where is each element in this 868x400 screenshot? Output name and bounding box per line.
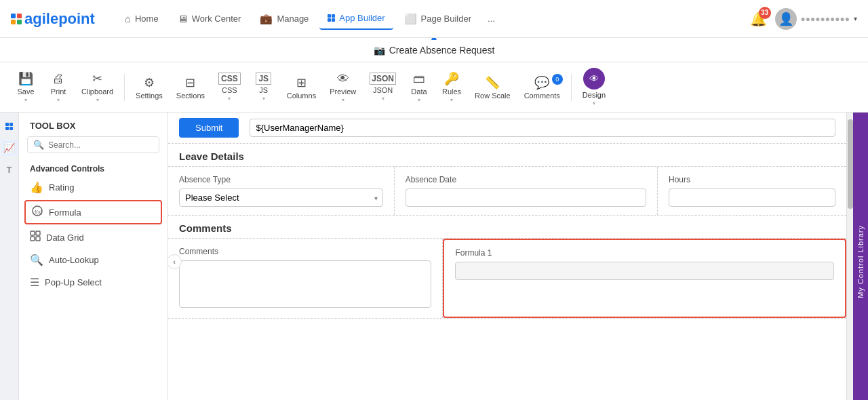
hours-input[interactable] bbox=[669, 188, 835, 207]
comments-section-header: Comments bbox=[168, 216, 846, 239]
svg-rect-4 bbox=[31, 237, 35, 241]
data-label: Data bbox=[411, 87, 427, 96]
json-button[interactable]: JSON JSON ▾ bbox=[364, 70, 401, 104]
clipboard-button[interactable]: ✂ Clipboard ▾ bbox=[76, 68, 119, 106]
datagrid-icon bbox=[30, 231, 41, 244]
avatar: 👤 bbox=[775, 8, 797, 30]
popupselect-icon: ☰ bbox=[30, 276, 39, 289]
sub-header: ▲ 📷 Create Absence Request bbox=[0, 38, 868, 62]
css-button[interactable]: CSS CSS ▾ bbox=[213, 70, 246, 104]
preview-label: Preview bbox=[330, 87, 356, 96]
rowscale-button[interactable]: 📏 Row Scale bbox=[469, 73, 516, 102]
preview-icon: 👁 bbox=[337, 72, 349, 86]
scrollbar[interactable] bbox=[846, 113, 853, 400]
briefcase-icon: 💼 bbox=[260, 13, 273, 25]
save-button[interactable]: 💾 Save ▾ bbox=[11, 68, 41, 106]
print-dropdown-arrow: ▾ bbox=[57, 97, 60, 103]
absence-row: Absence Type Please Select ▾ Absence Dat… bbox=[168, 167, 846, 216]
more-icon: ... bbox=[488, 14, 495, 24]
sections-icon: ⊟ bbox=[185, 75, 195, 90]
absence-type-label: Absence Type bbox=[179, 175, 383, 184]
user-manager-input[interactable] bbox=[250, 119, 835, 137]
formula1-input[interactable] bbox=[455, 262, 834, 280]
comments-button[interactable]: 0 💬 Comments bbox=[519, 73, 566, 102]
toolbar: 💾 Save ▾ 🖨 Print ▾ ✂ Clipboard ▾ ⚙ Setti… bbox=[0, 62, 868, 113]
nav-pagebuilder[interactable]: ⬜ Page Builder bbox=[396, 7, 479, 31]
rules-icon: 🔑 bbox=[444, 71, 459, 86]
nav-more[interactable]: ... bbox=[482, 8, 500, 29]
design-label: Design bbox=[583, 91, 606, 99]
design-icon-wrap: 👁 bbox=[583, 68, 605, 89]
pagebuilder-icon: ⬜ bbox=[404, 13, 417, 25]
preview-dropdown-arrow: ▾ bbox=[342, 97, 344, 103]
divider-2 bbox=[571, 74, 572, 101]
rules-label: Rules bbox=[442, 87, 461, 96]
side-icon-grid[interactable] bbox=[1, 118, 18, 134]
sections-label: Sections bbox=[176, 92, 205, 100]
search-icon: 🔍 bbox=[33, 140, 44, 150]
toolbox-item-autolookup-label: Auto-Lookup bbox=[49, 255, 99, 265]
absence-date-input[interactable] bbox=[406, 188, 646, 207]
advanced-controls-title: Advanced Controls bbox=[19, 159, 167, 176]
data-dropdown-arrow: ▾ bbox=[418, 97, 420, 103]
js-icon: JS bbox=[256, 73, 271, 85]
css-icon: CSS bbox=[218, 73, 241, 85]
comments-label: Comments bbox=[179, 247, 431, 256]
formula-cell: Formula 1 bbox=[443, 239, 846, 318]
top-nav: agilepoint ⌂ Home 🖥 Work Center 💼 Manage… bbox=[0, 0, 868, 38]
nav-workcenter[interactable]: 🖥 Work Center bbox=[170, 7, 250, 30]
svg-rect-5 bbox=[36, 237, 40, 241]
nav-appbuilder[interactable]: App Builder bbox=[319, 7, 393, 30]
clipboard-dropdown-arrow: ▾ bbox=[96, 97, 99, 103]
side-icon-chart[interactable]: 📈 bbox=[1, 140, 18, 156]
right-sidebar[interactable]: My Control Library bbox=[853, 113, 868, 400]
chevron-left-icon: ‹ bbox=[173, 258, 176, 266]
css-label: CSS bbox=[222, 86, 237, 94]
logo-sq-yellow bbox=[11, 20, 16, 24]
nav-right: 🔔 33 👤 ●●●●●●●●●● ▾ bbox=[750, 8, 857, 30]
nav-manage[interactable]: 💼 Manage bbox=[252, 7, 317, 31]
collapse-button[interactable]: ‹ bbox=[167, 254, 182, 269]
toolbox-item-datagrid[interactable]: Data Grid bbox=[19, 226, 167, 249]
absence-type-select[interactable]: Please Select bbox=[179, 188, 383, 207]
toolbox-item-popupselect[interactable]: ☰ Pop-Up Select bbox=[19, 271, 167, 294]
nav-home-label: Home bbox=[135, 14, 159, 24]
user-menu[interactable]: 👤 ●●●●●●●●●● ▾ bbox=[775, 8, 857, 30]
settings-button[interactable]: ⚙ Settings bbox=[130, 73, 168, 102]
monitor-icon: 🖥 bbox=[178, 13, 188, 24]
submit-button[interactable]: Submit bbox=[179, 118, 239, 138]
search-input[interactable] bbox=[48, 140, 153, 150]
rules-button[interactable]: 🔑 Rules ▾ bbox=[437, 68, 467, 106]
toolbox-item-formula[interactable]: f(x) Formula bbox=[24, 200, 162, 224]
columns-label: Columns bbox=[287, 92, 316, 100]
control-library-label: My Control Library bbox=[856, 225, 865, 298]
print-button[interactable]: 🖨 Print ▾ bbox=[43, 69, 73, 106]
js-button[interactable]: JS JS ▾ bbox=[249, 70, 279, 104]
main-layout: 📈 T TOOL BOX 🔍 Advanced Controls 👍 Ratin… bbox=[0, 113, 868, 400]
columns-button[interactable]: ⊞ Columns bbox=[281, 73, 321, 102]
preview-button[interactable]: 👁 Preview ▾ bbox=[324, 69, 361, 106]
notification-button[interactable]: 🔔 33 bbox=[750, 11, 767, 27]
logo: agilepoint bbox=[11, 10, 95, 28]
nav-home[interactable]: ⌂ Home bbox=[117, 7, 167, 30]
toolbox-search-wrap: 🔍 bbox=[27, 136, 159, 153]
logo-sq-red bbox=[17, 14, 22, 18]
toolbox-header: TOOL BOX bbox=[19, 113, 167, 136]
comments-textarea[interactable] bbox=[179, 260, 431, 308]
sub-header-title: 📷 Create Absence Request bbox=[374, 45, 495, 56]
sections-button[interactable]: ⊟ Sections bbox=[171, 73, 210, 102]
formula1-label: Formula 1 bbox=[455, 248, 834, 258]
toolbox-item-autolookup[interactable]: 🔍 Auto-Lookup bbox=[19, 249, 167, 271]
svg-rect-3 bbox=[36, 231, 40, 235]
css-dropdown-arrow: ▾ bbox=[228, 96, 231, 102]
print-icon: 🖨 bbox=[52, 72, 64, 86]
svg-text:f(x): f(x) bbox=[35, 209, 43, 215]
absence-type-select-wrap: Please Select ▾ bbox=[179, 188, 383, 207]
toolbox-item-rating[interactable]: 👍 Rating bbox=[19, 176, 167, 199]
side-icon-t[interactable]: T bbox=[1, 161, 18, 178]
data-button[interactable]: 🗃 Data ▾ bbox=[404, 69, 434, 106]
nav-items: ⌂ Home 🖥 Work Center 💼 Manage App Builde… bbox=[117, 7, 750, 31]
formula-icon: f(x) bbox=[31, 205, 43, 220]
design-button[interactable]: 👁 Design ▾ bbox=[577, 65, 611, 109]
toolbox-item-formula-label: Formula bbox=[49, 207, 81, 218]
